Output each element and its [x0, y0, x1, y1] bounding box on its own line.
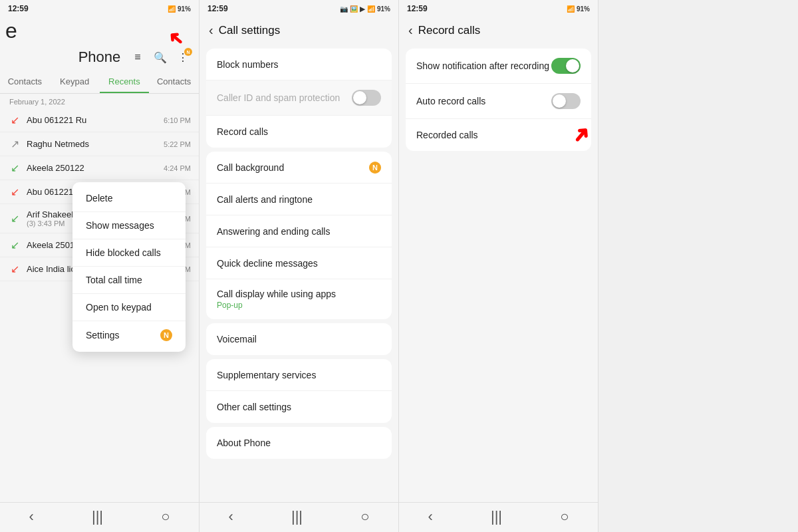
menu-item-show-messages[interactable]: Show messages [72, 212, 186, 239]
incoming-call-icon: ↙ [8, 162, 21, 174]
nav-home-2[interactable]: ○ [360, 508, 369, 525]
call-item[interactable]: ↙ Abu 061221 Ru 6:10 PM [0, 108, 199, 132]
menu-item-delete[interactable]: Delete [72, 185, 186, 212]
auto-record-toggle[interactable] [551, 93, 581, 109]
missed-call-icon: ↙ [8, 263, 21, 275]
search-icon[interactable]: 🔍 [151, 48, 170, 66]
record-calls-header: ‹ Record calls [399, 16, 598, 45]
missed-call-icon: ↙ [8, 114, 21, 126]
settings-group-4: Supplementary services Other call settin… [206, 359, 392, 423]
tab-contacts-left[interactable]: Contacts [0, 71, 50, 93]
voicemail-item[interactable]: Voicemail [206, 323, 392, 355]
nav-back-1[interactable]: ‹ [29, 508, 34, 525]
nav-back-2[interactable]: ‹ [229, 508, 233, 525]
quick-decline-item[interactable]: Quick decline messages [206, 247, 392, 279]
record-calls-group: Show notification after recording Auto r… [406, 49, 591, 151]
settings-scroll-2: Block numbers Caller ID and spam protect… [200, 45, 398, 502]
supplementary-item[interactable]: Supplementary services [206, 359, 392, 391]
tab-contacts-right[interactable]: Contacts [149, 71, 199, 93]
call-display-item[interactable]: Call display while using apps Pop-up [206, 279, 392, 319]
nav-recents-3[interactable]: ||| [491, 508, 502, 525]
show-notification-item[interactable]: Show notification after recording [406, 49, 591, 84]
menu-item-hide-blocked[interactable]: Hide blocked calls [72, 239, 186, 267]
record-calls-item[interactable]: Record calls ➜ [206, 116, 392, 148]
call-settings-header: ‹ Call settings [200, 16, 398, 45]
time-2: 12:59 [207, 4, 228, 13]
nav-home-1[interactable]: ○ [161, 508, 170, 525]
record-calls-title: Record calls [418, 24, 481, 37]
time-3: 12:59 [407, 4, 428, 13]
nav-home-3[interactable]: ○ [560, 508, 569, 525]
nav-bar-3: ‹ ||| ○ [399, 502, 598, 532]
answering-calls-item[interactable]: Answering and ending calls [206, 215, 392, 247]
incoming-call-icon: ↙ [8, 212, 21, 225]
date-header: February 1, 2022 [0, 94, 199, 108]
nav-recents-1[interactable]: ||| [92, 508, 103, 525]
phone-title: Phone [78, 49, 121, 66]
phone-title-area: Phone ≡ 🔍 ⋮ N ➜ [0, 43, 199, 71]
call-settings-title: Call settings [219, 24, 281, 37]
auto-record-item[interactable]: Auto record calls ➜ [406, 84, 591, 119]
panel-phone: 12:59 📶 91% e Phone ≡ 🔍 ⋮ N ➜ [0, 0, 200, 532]
more-options-icon[interactable]: ⋮ N ➜ [174, 48, 192, 66]
nav-recents-2[interactable]: ||| [291, 508, 303, 525]
context-menu: Delete Show messages Hide blocked calls … [72, 182, 186, 352]
about-phone-item[interactable]: About Phone [206, 427, 392, 459]
other-call-settings-item[interactable]: Other call settings [206, 391, 392, 423]
caller-id-toggle[interactable] [352, 90, 381, 106]
record-calls-scroll: Show notification after recording Auto r… [399, 45, 598, 502]
panel-call-settings: 12:59 📷 🖼️ ▶ 📶 91% ‹ Call settings Block… [200, 0, 399, 532]
back-button-2[interactable]: ‹ [209, 23, 213, 38]
menu-item-settings[interactable]: Settings N [72, 321, 186, 349]
phone-toolbar-icons: ≡ 🔍 ⋮ N ➜ [128, 48, 192, 66]
tab-bar: Contacts Keypad Recents Contacts [0, 71, 199, 94]
tab-keypad[interactable]: Keypad [50, 71, 100, 93]
status-bar-1: 12:59 📶 91% [0, 0, 199, 16]
menu-item-open-keypad[interactable]: Open to keypad [72, 294, 186, 321]
time-1: 12:59 [8, 4, 29, 13]
recorded-calls-item[interactable]: Recorded calls [406, 119, 591, 151]
status-bar-3: 12:59 📶 91% [399, 0, 598, 16]
block-numbers-item[interactable]: Block numbers [206, 49, 392, 80]
sort-icon[interactable]: ≡ [128, 48, 147, 66]
nav-bar-2: ‹ ||| ○ [200, 502, 398, 532]
missed-call-icon: ↙ [8, 186, 21, 198]
panel-record-calls: 12:59 📶 91% ‹ Record calls Show notifica… [399, 0, 598, 532]
settings-badge: N [160, 329, 172, 341]
call-info: Abu 061221 Ru [27, 115, 158, 125]
status-bar-2: 12:59 📷 🖼️ ▶ 📶 91% [200, 0, 398, 16]
phone-body: e Phone ≡ 🔍 ⋮ N ➜ Delete [0, 16, 199, 502]
call-bg-badge: N [369, 162, 381, 174]
back-button-3[interactable]: ‹ [408, 23, 413, 38]
status-icons-2: 📷 🖼️ ▶ 📶 91% [340, 5, 390, 13]
call-alerts-item[interactable]: Call alerts and ringtone [206, 184, 392, 215]
show-notification-toggle[interactable] [551, 58, 581, 74]
incoming-call-icon: ↙ [8, 239, 21, 251]
status-icons-1: 📶 91% [168, 5, 191, 13]
caller-id-item[interactable]: Caller ID and spam protection [206, 80, 392, 116]
nav-bar-1: ‹ ||| ○ [0, 502, 199, 532]
more-badge: N [184, 48, 192, 56]
call-item[interactable]: ↙ Akeela 250122 4:24 PM [0, 156, 199, 180]
outgoing-call-icon: ↗ [8, 138, 21, 150]
tab-recents[interactable]: Recents [100, 71, 150, 93]
settings-group-5: About Phone [206, 427, 392, 459]
call-item[interactable]: ↗ Raghu Netmeds 5:22 PM [0, 132, 199, 156]
status-icons-3: 📶 91% [567, 5, 590, 13]
menu-item-total-call[interactable]: Total call time [72, 267, 186, 294]
call-background-item[interactable]: Call background N [206, 152, 392, 184]
nav-back-3[interactable]: ‹ [428, 508, 433, 525]
settings-group-3: Voicemail [206, 323, 392, 355]
settings-group-1: Block numbers Caller ID and spam protect… [206, 49, 392, 148]
settings-group-2: Call background N Call alerts and ringto… [206, 152, 392, 319]
